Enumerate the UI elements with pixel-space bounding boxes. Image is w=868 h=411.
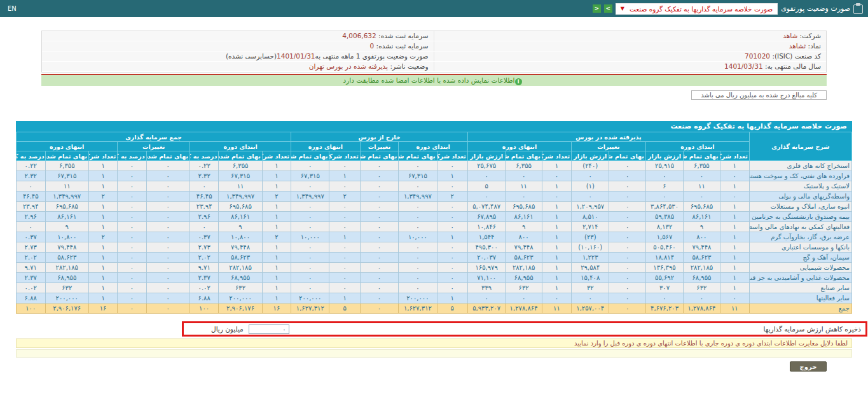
value-cell: ۰ (437, 212, 467, 222)
company-field: شرکت: شاهد (434, 31, 827, 41)
next-report-button[interactable]: > (604, 4, 612, 13)
value-cell: ۲۸۲,۱۸۵ (45, 263, 88, 273)
value-cell: ۱۶ (88, 303, 117, 314)
value-cell: ۲,۹۰۶,۱۷۶ (45, 303, 88, 314)
value-cell: ۱ (262, 181, 291, 192)
column-header: بهای تمام شده (45, 151, 88, 161)
value-cell: ۰ (399, 283, 437, 293)
value-cell: ۱۱ (684, 181, 720, 192)
value-cell: ۰ (118, 303, 146, 314)
column-header: بهای تمام شده (219, 151, 262, 161)
value-cell: ۱,۵۶۷ (645, 232, 683, 242)
discrepancy-input-strip[interactable] (16, 349, 852, 358)
value-cell: ۸۰۰ (506, 232, 542, 242)
value-cell: ۰ (609, 212, 645, 222)
discrepancy-hint-bar: لطفا دلایل مغایرت اطلاعات ابتدای دوره ی … (16, 338, 852, 348)
value-cell: ۰ (437, 222, 467, 232)
table-title: صورت خلاصه سرمایه گذاریها به تفکیک گروه … (16, 121, 852, 132)
value-cell: ۲.۳۷ (17, 273, 46, 283)
value-cell: (۱۰,۱۶۰) (572, 242, 609, 253)
value-cell: ۰ (399, 181, 437, 192)
column-header: ارزش بازار (572, 151, 609, 161)
value-cell: ۰ (329, 263, 360, 273)
group-header: جمع سرمایه گذاری (17, 132, 291, 142)
period-statement-text: صورت وضعیت پورتفوی 1 ماهه منتهی به (315, 52, 429, 60)
table-row: واسطه‌گریهای مالی و پولی۰۰۰۰۰۰۰۰۲۱,۳۴۹,۹… (17, 192, 852, 202)
value-cell: ۰ (291, 283, 329, 293)
value-cell: ۶۳۲ (45, 283, 88, 293)
value-cell: ۱ (88, 283, 117, 293)
period-statement-field: صورت وضعیت پورتفوی 1 ماهه منتهی به1401/0… (42, 52, 434, 61)
row-label: واسطه‌گریهای مالی و پولی (749, 192, 851, 202)
value-cell: ۰ (118, 222, 146, 232)
report-type-dropdown[interactable]: صورت خلاصه سرمایه گذاریها به تفکیک گروه … (616, 3, 778, 15)
value-cell: ۰ (118, 171, 146, 181)
value-cell: ۲۹,۵۸۴ (572, 263, 609, 273)
value-cell: ۱ (88, 181, 117, 192)
value-cell: ۰ (437, 181, 467, 192)
period-date: 1401/01/31 (277, 52, 315, 60)
row-label: انبوه سازی، املاک و مستغلات (749, 202, 851, 212)
value-cell: ۰ (329, 202, 360, 212)
value-cell: ۰ (437, 242, 467, 253)
value-cell: ۱ (88, 212, 117, 222)
value-cell: ۰ (291, 161, 329, 171)
column-header: تعداد شرکت (88, 151, 117, 161)
value-cell: ۱ (720, 181, 749, 192)
value-cell: ۶,۳۵۵ (219, 161, 262, 171)
value-cell: (۲۴۰) (572, 161, 609, 171)
value-cell: ۰ (146, 212, 189, 222)
subgroup-header: انتهای دوره (467, 142, 571, 151)
value-cell: ۱۵,۴۰۸ (572, 273, 609, 283)
exit-button[interactable]: خروج (790, 361, 827, 372)
value-cell: ۰ (146, 283, 189, 293)
value-cell: ۲ (88, 192, 117, 202)
value-cell: ۰ (190, 181, 219, 192)
value-cell: ۵۸,۶۲۳ (219, 253, 262, 263)
value-cell: ۰ (609, 293, 645, 303)
value-cell: ۶,۳۵۵ (506, 161, 542, 171)
value-cell: ۶۷,۸۹۵ (467, 212, 505, 222)
value-cell: ۶۷,۳۱۵ (399, 171, 437, 181)
value-cell: ۱ (720, 283, 749, 293)
value-cell: ۰ (684, 192, 720, 202)
value-cell: ۱۱ (45, 181, 88, 192)
value-cell: ۱۱ (720, 303, 749, 314)
value-cell: ۰ (329, 222, 360, 232)
value-cell: ۶ (645, 181, 683, 192)
symbol-value: ثشاهد (789, 42, 806, 50)
language-toggle[interactable]: EN (5, 5, 19, 12)
value-cell: ۱,۶۲۷,۳۱۲ (291, 303, 329, 314)
isic-label: کد صنعت (ISIC): (772, 52, 821, 60)
total-row: جمع۱۱۱,۲۷۸,۸۶۴۴,۶۷۶,۲۰۳۰۱,۲۵۷,۰۰۴۱۱۱,۲۷۸… (17, 303, 852, 314)
value-cell: ۰ (118, 181, 146, 192)
value-cell: ۱ (437, 232, 467, 242)
value-cell: ۰ (329, 242, 360, 253)
value-cell: ۰.۲۲ (17, 161, 46, 171)
value-cell: ۱ (437, 171, 467, 181)
value-cell: ۱۸,۸۱۴ (645, 253, 683, 263)
value-cell: ۱ (437, 293, 467, 303)
value-cell: ۰ (645, 192, 683, 202)
registered-capital-label: سرمایه ثبت شده: (378, 32, 428, 39)
value-cell: ۲ (329, 192, 360, 202)
value-cell: ۰ (360, 283, 398, 293)
info-row: شرکت: شاهد سرمایه ثبت شده: 4,006,632 (42, 31, 826, 41)
value-cell: ۲۰۰,۰۰۰ (219, 293, 262, 303)
value-cell: ۰ (291, 181, 329, 192)
value-cell: ۰ (291, 253, 329, 263)
description-column-header: شرح سرمایه گذاری (749, 132, 851, 161)
value-cell: ۰ (609, 303, 645, 314)
value-cell: ۱,۶۲۷,۳۱۲ (399, 303, 437, 314)
value-cell: ۵ (437, 303, 467, 314)
impairment-reserve-input[interactable]: ۰ (249, 324, 289, 334)
value-cell: ۹ (45, 222, 88, 232)
prev-report-button[interactable]: < (593, 4, 601, 13)
column-header: درصد به کل (17, 151, 46, 161)
value-cell: ۰ (146, 263, 189, 273)
value-cell: ۹ (219, 222, 262, 232)
subgroup-header: تغییرات (360, 142, 398, 151)
value-cell: ۱۰,۰۰۰ (291, 232, 329, 242)
value-cell: ۱۶ (262, 303, 291, 314)
value-cell: ۰ (360, 202, 398, 212)
